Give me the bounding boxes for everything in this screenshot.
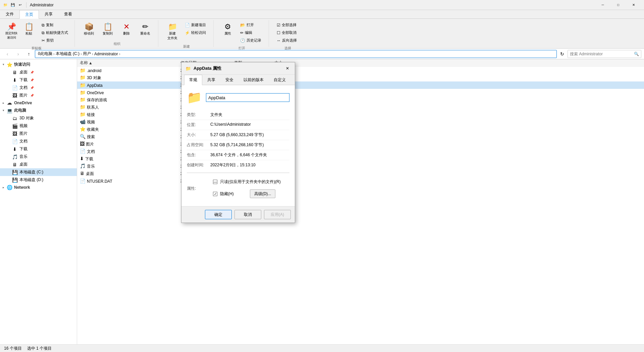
copyto-button[interactable]: 📋 复制到 (99, 21, 116, 38)
table-row[interactable]: 🎵音乐 2022/2/9 15:13 (77, 163, 644, 170)
table-row[interactable]: 📁.android 2022/3/21 17:45 (77, 67, 644, 74)
history-label: 历史记录 (247, 38, 261, 43)
table-row-appdata[interactable]: 📁AppData 2022/2/9 15:13 (77, 81, 644, 89)
sidebar-item-dl[interactable]: ⬇ 下载 (0, 145, 77, 153)
sidebar-onedrive-header[interactable]: ▸ ☁ OneDrive (0, 99, 77, 107)
table-row[interactable]: 📄文档 2022/3/21 10:13 (77, 148, 644, 155)
readonly-checkbox[interactable]: — (213, 180, 217, 184)
properties-button[interactable]: ⚙ 属性 (219, 21, 236, 38)
table-row[interactable]: 📁OneDrive 2022/2/9 15:16 (77, 89, 644, 96)
sidebar-item-desktop[interactable]: 🖥 桌面 📌 (0, 68, 77, 76)
maximize-button[interactable]: □ (610, 0, 626, 10)
refresh-button[interactable]: ↻ (558, 50, 566, 58)
select-all-button[interactable]: ☑ 全部选择 (274, 21, 301, 28)
sidebar-quickaccess-header[interactable]: ▾ ⭐ 快速访问 (0, 61, 77, 68)
rename-button[interactable]: ✏ 重命名 (137, 21, 154, 38)
path-localc[interactable]: 本地磁盘 (C:) (56, 51, 79, 57)
table-row[interactable]: ⬇下载 2022/3/23 13:25 (77, 155, 644, 163)
cancel-button[interactable]: 取消 (234, 210, 261, 219)
edit-button[interactable]: ✏ 编辑 (238, 29, 265, 36)
dialog-close-button[interactable]: ✕ (284, 65, 291, 72)
edit-label: 编辑 (245, 30, 252, 35)
copy-button[interactable]: ⧉ 复制 (39, 21, 70, 28)
cut-button[interactable]: ✂ 剪切 (39, 37, 70, 44)
back-button[interactable]: ‹ (3, 50, 12, 58)
paste-shortcut-button[interactable]: ⧉ 粘贴快捷方式 (39, 29, 70, 36)
network-label: Network (14, 185, 30, 190)
col-header-name[interactable]: 名称 ▲ (80, 60, 180, 66)
table-row[interactable]: 📁链接 2022/2/9 15:14 (77, 111, 644, 118)
table-row[interactable]: 📹视频 2022/2/9 15:13 (77, 118, 644, 126)
main-area: ▾ ⭐ 快速访问 🖥 桌面 📌 ⬇ 下载 📌 📄 文档 📌 🖼 图片 📌 ▸ ☁ (0, 59, 644, 344)
sidebar-item-pics[interactable]: 🖼 图片 (0, 130, 77, 137)
delete-button[interactable]: ✕ 删除 (118, 21, 135, 38)
new-item-button[interactable]: 📄 新建项目 (182, 21, 209, 28)
dialog-tab-previous[interactable]: 以前的版本 (238, 75, 269, 85)
onedrive-icon: ☁ (7, 100, 12, 106)
sidebar-item-localc[interactable]: 💾 本地磁盘 (C:) (0, 168, 77, 176)
table-row[interactable]: 📁3D 对象 2022/2/9 15:13 (77, 74, 644, 81)
dialog-title-bar: 📁 AppData 属性 ✕ (181, 62, 295, 75)
minimize-button[interactable]: ─ (595, 0, 610, 10)
history-button[interactable]: 🕐 历史记录 (238, 37, 265, 44)
path-administrator[interactable]: Administrator (94, 52, 118, 56)
sidebar-item-docs[interactable]: 📄 文档 (0, 137, 77, 145)
pin-to-quickaccess-button[interactable]: 📌 固定到快速访问 (3, 21, 20, 42)
table-row[interactable]: 📄NTUSER.DAT 2022/3/23 13:37 (77, 177, 644, 185)
table-row[interactable]: 📁保存的游戏 2022/2/9 15:13 (77, 96, 644, 104)
easy-access-button[interactable]: ⚡ 轻松访问 (182, 29, 209, 36)
open-small-buttons: 📂 打开 ✏ 编辑 🕐 历史记录 (238, 21, 265, 44)
onedrive-label: OneDrive (14, 101, 32, 105)
address-path[interactable]: õ此电脑 › 本地磁盘 (C:) › 用户 › Administrator › (35, 50, 557, 58)
table-row[interactable]: 🖥桌面 2022/3/23 13:26 (77, 170, 644, 177)
sidebar-item-desktoppc[interactable]: 🖥 桌面 (0, 161, 77, 168)
sidebar-item-downloads[interactable]: ⬇ 下载 📌 (0, 76, 77, 84)
sidebar-item-pictures[interactable]: 🖼 图片 📌 (0, 92, 77, 99)
table-row[interactable]: 🖼图片 2022/2/9 15:14 (77, 140, 644, 148)
downloads-icon: ⬇ (12, 77, 17, 83)
new-folder-button[interactable]: 📁 新建文件夹 (164, 21, 181, 42)
advanced-button[interactable]: 高级(D)... (250, 189, 276, 198)
sidebar-item-locald[interactable]: 💾 本地磁盘 (D:) (0, 176, 77, 184)
edit-icon: ✏ (240, 31, 244, 35)
path-users[interactable]: 用户 (83, 51, 91, 57)
sidebar-thispc-header[interactable]: ▾ 💻 此电脑 (0, 107, 77, 114)
sidebar-network-header[interactable]: ▸ 🌐 Network (0, 184, 77, 191)
dialog-tab-security[interactable]: 安全 (220, 75, 238, 85)
moveto-button[interactable]: 📦 移动到 (80, 21, 98, 38)
prop-row-location: 位置: C:\Users\Administrator (187, 120, 289, 130)
forward-button[interactable]: › (13, 50, 23, 58)
tab-home[interactable]: 主页 (19, 10, 39, 19)
sidebar-item-documents[interactable]: 📄 文档 📌 (0, 84, 77, 92)
folder-name-input[interactable] (206, 93, 289, 102)
close-button[interactable]: ✕ (626, 0, 641, 10)
undo-icon: ↩ (17, 2, 23, 8)
apply-button[interactable]: 应用(A) (264, 210, 291, 219)
search-input[interactable] (570, 52, 633, 56)
dialog-tab-share[interactable]: 共享 (202, 75, 220, 85)
sidebar: ▾ ⭐ 快速访问 🖥 桌面 📌 ⬇ 下载 📌 📄 文档 📌 🖼 图片 📌 ▸ ☁ (0, 59, 77, 344)
clipboard-buttons: 📌 固定到快速访问 📋 粘贴 ⧉ 复制 ⧉ 粘贴快捷方式 (3, 20, 70, 45)
sidebar-item-3d[interactable]: 🗂 3D 对象 (0, 114, 77, 122)
paste-button[interactable]: 📋 粘贴 (21, 21, 36, 38)
path-thispc[interactable]: õ此电脑 (38, 51, 52, 57)
sidebar-item-videos[interactable]: 🎬 视频 (0, 122, 77, 130)
up-button[interactable]: ↑ (24, 50, 34, 58)
tab-share[interactable]: 共享 (39, 10, 58, 18)
tab-file[interactable]: 文件 (0, 10, 19, 18)
select-none-button[interactable]: ☐ 全部取消 (274, 29, 301, 36)
invert-selection-button[interactable]: ↔ 反向选择 (274, 37, 301, 44)
dialog-tab-custom[interactable]: 自定义 (269, 75, 291, 85)
hidden-checkbox[interactable]: ✓ (213, 192, 217, 196)
table-row[interactable]: ⭐收藏夹 2022/2/9 15:13 (77, 126, 644, 133)
tab-view[interactable]: 查看 (58, 10, 78, 18)
copyto-label: 复制到 (103, 31, 113, 36)
moveto-label: 移动到 (84, 31, 94, 36)
new-folder-label: 新建文件夹 (167, 31, 177, 41)
table-row[interactable]: 📁联系人 2022/2/9 15:13 (77, 104, 644, 111)
sidebar-item-music[interactable]: 🎵 音乐 (0, 153, 77, 161)
ok-button[interactable]: 确定 (205, 210, 232, 219)
open-button[interactable]: 📂 打开 (238, 21, 265, 28)
dialog-tab-general[interactable]: 常规 (184, 75, 202, 85)
table-row[interactable]: 🔍搜索 2022/2/9 15:14 (77, 133, 644, 140)
